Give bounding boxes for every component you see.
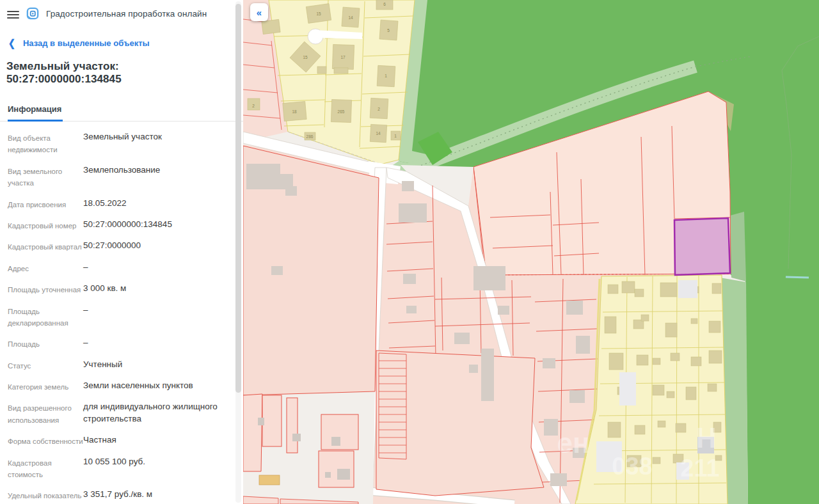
tab-information[interactable]: Информация bbox=[8, 100, 63, 122]
svg-text:15: 15 bbox=[303, 55, 308, 59]
field-row: Площадь декларированная– bbox=[8, 304, 234, 329]
field-row: Адрес– bbox=[8, 262, 234, 274]
chevron-double-left-icon: « bbox=[257, 8, 262, 17]
page-title: Земельный участок: 50:27:0000000:134845 bbox=[6, 60, 235, 86]
field-row: Форма собственностиЧастная bbox=[8, 434, 234, 447]
tab-bar: Информация bbox=[0, 100, 243, 122]
svg-text:038: 038 bbox=[612, 453, 652, 480]
svg-text:18: 18 bbox=[292, 109, 297, 114]
app-logo-icon bbox=[26, 6, 40, 21]
svg-text:265: 265 bbox=[338, 109, 345, 114]
field-row: Кадастровый квартал50:27:0000000 bbox=[8, 240, 234, 253]
app-title: Градостроительная проработка онлайн bbox=[46, 9, 207, 19]
info-panel: Градостроительная проработка онлайн ❮ На… bbox=[0, 0, 243, 504]
svg-text:Н: Н bbox=[696, 422, 717, 453]
attributes-list: Вид объекта недвижимостиЗемельный участо… bbox=[8, 131, 234, 504]
field-row: Площадь– bbox=[8, 337, 234, 350]
scrollbar-thumb[interactable] bbox=[235, 4, 241, 393]
field-row: Вид разрешенного использованиядля индиви… bbox=[8, 401, 234, 426]
cadastral-map-svg[interactable]: 15 14 6 5 15 17 1 2 18 265 286 14 1 2 ен… bbox=[243, 0, 819, 504]
svg-text:1: 1 bbox=[394, 134, 397, 138]
svg-text:17: 17 bbox=[340, 55, 346, 59]
svg-text:2: 2 bbox=[378, 107, 380, 111]
svg-text:286: 286 bbox=[306, 134, 314, 139]
svg-text:15: 15 bbox=[316, 12, 321, 16]
app-root: Градостроительная проработка онлайн ❮ На… bbox=[0, 0, 819, 504]
field-row: Вид объекта недвижимостиЗемельный участо… bbox=[8, 131, 234, 156]
industrial-parcel bbox=[376, 349, 544, 496]
panel-header: Градостроительная проработка онлайн bbox=[0, 0, 243, 25]
water-line bbox=[786, 277, 809, 278]
field-row: Площадь уточненная3 000 кв. м bbox=[8, 283, 234, 295]
svg-text:5: 5 bbox=[387, 28, 390, 33]
map-canvas[interactable]: 15 14 6 5 15 17 1 2 18 265 286 14 1 2 ен… bbox=[243, 0, 819, 504]
back-link[interactable]: ❮ Назад в выделенные объекты bbox=[8, 38, 243, 48]
back-link-label: Назад в выделенные объекты bbox=[23, 38, 150, 48]
field-row: Кадастровый номер50:27:0000000:134845 bbox=[8, 219, 234, 232]
field-row: Дата присвоения18.05.2022 bbox=[8, 198, 234, 210]
field-row: Удельный показатель кадастровой стоимост… bbox=[8, 489, 234, 504]
collapse-panel-button[interactable]: « bbox=[250, 3, 268, 21]
orange-building bbox=[259, 475, 280, 485]
svg-text:14: 14 bbox=[376, 131, 381, 136]
left-block-parcels bbox=[243, 146, 379, 504]
selected-parcel[interactable] bbox=[674, 218, 730, 275]
svg-text:2: 2 bbox=[252, 104, 255, 108]
chevron-left-icon: ❮ bbox=[8, 38, 15, 49]
svg-text:6: 6 bbox=[383, 2, 386, 6]
svg-text:1: 1 bbox=[385, 74, 387, 78]
field-row: Категория земельЗемли населенных пунктов bbox=[8, 380, 234, 393]
svg-text:211: 211 bbox=[680, 455, 719, 482]
svg-text:ен: ен bbox=[557, 427, 589, 459]
hamburger-icon bbox=[7, 11, 19, 12]
svg-text:14: 14 bbox=[348, 15, 353, 20]
field-row: СтатусУчтенный bbox=[8, 359, 234, 372]
panel-scrollbar[interactable] bbox=[235, 1, 241, 503]
field-row: Кадастровая стоимость10 055 100 руб. bbox=[8, 456, 234, 481]
menu-button[interactable] bbox=[7, 11, 19, 19]
field-row: Вид земельного участкаЗемлепользование bbox=[8, 164, 234, 189]
